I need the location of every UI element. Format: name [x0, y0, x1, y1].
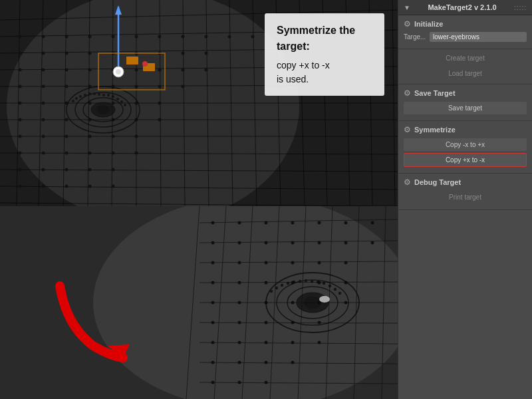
svg-point-90: [65, 152, 68, 155]
svg-point-84: [65, 135, 68, 138]
svg-point-211: [317, 281, 319, 283]
svg-point-176: [238, 301, 241, 305]
svg-point-155: [371, 221, 374, 225]
svg-point-166: [291, 261, 295, 265]
svg-point-215: [338, 292, 341, 295]
svg-point-61: [42, 85, 45, 88]
svg-point-68: [19, 102, 22, 105]
copy-neg-to-pos-button[interactable]: Copy -x to +x: [404, 138, 527, 151]
svg-point-69: [42, 102, 45, 105]
svg-point-168: [344, 261, 348, 265]
create-target-button[interactable]: Create target: [404, 52, 527, 65]
svg-point-120: [120, 100, 123, 103]
svg-point-170: [238, 281, 241, 285]
svg-point-182: [238, 321, 241, 325]
svg-point-92: [112, 152, 115, 155]
svg-point-169: [211, 281, 215, 285]
svg-point-209: [305, 279, 307, 282]
svg-point-98: [112, 168, 115, 172]
target-field-label: Targe...: [404, 33, 427, 41]
svg-point-206: [287, 282, 289, 285]
svg-point-127: [116, 69, 121, 74]
svg-point-97: [88, 168, 92, 172]
overlay-body: copy +x to -x is used.: [277, 60, 330, 84]
svg-point-154: [344, 221, 348, 225]
mesh-bottom-svg: [0, 206, 398, 399]
svg-point-114: [93, 92, 96, 95]
svg-point-53: [65, 68, 68, 72]
svg-point-202: [304, 297, 321, 309]
svg-point-180: [344, 301, 348, 305]
svg-point-156: [211, 241, 215, 245]
svg-point-100: [42, 185, 45, 188]
initialize-icon: ⚙: [404, 19, 411, 29]
svg-point-185: [318, 321, 321, 325]
svg-point-39: [205, 35, 208, 39]
svg-point-88: [19, 152, 22, 155]
svg-point-45: [88, 52, 92, 55]
svg-point-51: [19, 68, 22, 72]
svg-point-160: [318, 241, 321, 245]
svg-point-189: [291, 341, 295, 344]
svg-point-113: [88, 92, 91, 95]
svg-point-164: [238, 261, 241, 265]
svg-point-213: [329, 285, 331, 287]
svg-point-60: [19, 85, 22, 88]
svg-point-210: [311, 280, 313, 283]
svg-point-190: [318, 341, 321, 344]
panel-collapse-icon[interactable]: ▼: [404, 4, 410, 11]
svg-point-195: [211, 381, 215, 384]
target-name-input[interactable]: [430, 32, 527, 42]
viewport-area: Symmetrize the target: copy +x to -x is …: [0, 0, 398, 399]
svg-point-116: [102, 94, 105, 96]
symmetrize-icon: ⚙: [404, 125, 411, 134]
svg-point-149: [211, 221, 215, 225]
svg-point-49: [182, 52, 185, 55]
svg-point-161: [344, 241, 348, 245]
svg-point-31: [19, 35, 22, 39]
svg-point-83: [42, 135, 45, 138]
svg-point-33: [65, 35, 68, 39]
svg-point-72: [112, 102, 115, 105]
svg-point-204: [275, 287, 278, 289]
svg-point-115: [98, 93, 100, 96]
svg-point-151: [265, 221, 268, 225]
svg-point-194: [291, 361, 295, 364]
debug-icon: ⚙: [404, 178, 411, 187]
svg-point-153: [318, 221, 321, 225]
symmetrize-header: ⚙ Symmetrize: [404, 125, 527, 134]
load-target-button[interactable]: Load target: [404, 67, 527, 80]
svg-point-103: [112, 185, 115, 188]
right-panel: ▼ MakeTarget2 v 2.1.0 ::::: ⚙ Initialize…: [398, 0, 532, 399]
svg-point-197: [265, 381, 268, 384]
svg-point-76: [42, 118, 45, 122]
svg-point-193: [265, 361, 268, 364]
target-field-row: Targe...: [404, 32, 527, 42]
save-target-section: ⚙ Save Target Save target: [398, 84, 532, 121]
svg-point-34: [88, 35, 92, 39]
svg-point-85: [88, 135, 92, 138]
svg-point-158: [265, 241, 268, 245]
save-target-button[interactable]: Save target: [404, 102, 527, 114]
svg-point-62: [65, 85, 68, 88]
svg-point-58: [182, 68, 185, 72]
svg-point-165: [265, 261, 268, 265]
viewport-top: Symmetrize the target: copy +x to -x is …: [0, 0, 398, 206]
svg-point-108: [96, 105, 110, 114]
print-target-button[interactable]: Print target: [404, 191, 527, 203]
svg-point-181: [211, 321, 215, 325]
svg-point-121: [124, 104, 126, 106]
svg-point-50: [205, 52, 208, 55]
debug-target-header: ⚙ Debug Target: [404, 178, 527, 187]
svg-point-117: [107, 94, 110, 96]
svg-point-101: [65, 185, 68, 188]
copy-pos-to-neg-button[interactable]: Copy +x to -x: [404, 153, 527, 167]
svg-point-41: [251, 35, 255, 39]
svg-point-37: [158, 35, 162, 39]
svg-point-59: [205, 68, 208, 72]
svg-point-175: [211, 301, 215, 305]
svg-point-162: [371, 241, 374, 245]
svg-point-93: [135, 152, 138, 155]
initialize-section: ⚙ Initialize Targe...: [398, 15, 532, 49]
save-target-header: ⚙ Save Target: [404, 88, 527, 98]
